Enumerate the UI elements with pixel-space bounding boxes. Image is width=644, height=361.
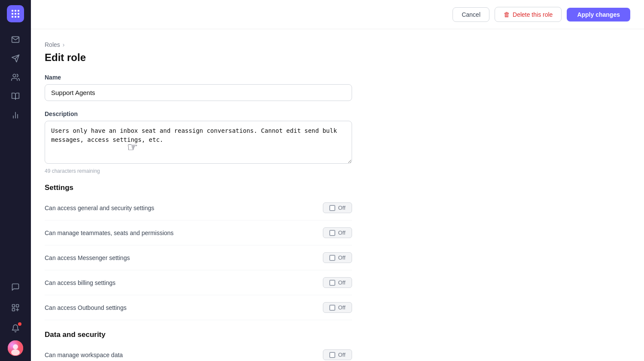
sidebar [0, 0, 31, 361]
toggle-box-messenger [329, 255, 335, 261]
sidebar-item-knowledge[interactable] [7, 88, 24, 105]
svg-rect-5 [18, 13, 19, 15]
settings-row-teammates: Can manage teammates, seats and permissi… [45, 220, 352, 245]
notification-badge [18, 322, 21, 326]
svg-point-11 [13, 74, 16, 77]
svg-rect-15 [12, 305, 15, 307]
settings-row-billing: Can access billing settings Off [45, 270, 352, 295]
sidebar-logo[interactable] [7, 5, 24, 22]
description-field-group: Description 49 characters remaining [45, 110, 352, 174]
sidebar-item-outbound[interactable] [7, 50, 24, 67]
sidebar-item-inbox[interactable] [7, 31, 24, 48]
name-label: Name [45, 74, 352, 81]
toggle-box-outbound [329, 305, 335, 311]
trash-icon: 🗑 [504, 11, 510, 18]
settings-row-workspace: Can manage workspace data Off [45, 343, 352, 361]
settings-label-messenger: Can access Messenger settings [45, 254, 130, 261]
svg-rect-16 [16, 305, 19, 307]
svg-rect-1 [15, 10, 16, 12]
settings-section-title: Settings [45, 184, 352, 192]
settings-label-teammates: Can manage teammates, seats and permissi… [45, 229, 173, 236]
cancel-button[interactable]: Cancel [453, 7, 489, 22]
settings-label-billing: Can access billing settings [45, 279, 115, 286]
data-security-section-title: Data and security [45, 330, 352, 339]
toggle-box-teammates [329, 230, 335, 236]
svg-point-21 [13, 344, 18, 349]
svg-point-22 [11, 349, 20, 355]
sidebar-item-messages[interactable] [7, 278, 24, 296]
svg-rect-2 [18, 10, 19, 12]
toggle-general[interactable]: Off [323, 202, 352, 213]
toggle-messenger[interactable]: Off [323, 252, 352, 263]
svg-rect-17 [12, 309, 15, 311]
apply-changes-button[interactable]: Apply changes [567, 8, 630, 21]
description-label: Description [45, 110, 352, 117]
svg-rect-7 [15, 16, 16, 18]
delete-role-button[interactable]: 🗑 Delete this role [495, 7, 562, 22]
svg-rect-8 [18, 16, 19, 18]
sidebar-item-notifications[interactable] [7, 320, 24, 337]
avatar[interactable] [8, 340, 23, 356]
svg-rect-0 [12, 10, 13, 12]
toggle-workspace[interactable]: Off [323, 349, 352, 360]
topbar: Cancel 🗑 Delete this role Apply changes [31, 0, 644, 29]
toggle-box-general [329, 205, 335, 211]
main-content: Cancel 🗑 Delete this role Apply changes … [31, 0, 644, 361]
settings-row-outbound: Can access Outbound settings Off [45, 295, 352, 320]
toggle-billing[interactable]: Off [323, 277, 352, 288]
toggle-teammates[interactable]: Off [323, 227, 352, 238]
char-count: 49 characters remaining [45, 168, 352, 174]
toggle-box-billing [329, 280, 335, 286]
page-title: Edit role [45, 52, 352, 64]
svg-rect-6 [12, 16, 13, 18]
sidebar-item-apps[interactable] [7, 299, 24, 316]
name-field-group: Name [45, 74, 352, 101]
settings-section: Settings Can access general and security… [45, 184, 352, 320]
toggle-box-workspace [329, 352, 335, 358]
data-security-section: Data and security Can manage workspace d… [45, 330, 352, 361]
settings-row-general: Can access general and security settings… [45, 196, 352, 220]
sidebar-item-contacts[interactable] [7, 69, 24, 86]
description-textarea[interactable] [45, 121, 352, 164]
settings-row-messenger: Can access Messenger settings Off [45, 245, 352, 270]
svg-rect-4 [15, 13, 16, 15]
settings-label-general: Can access general and security settings [45, 205, 154, 211]
breadcrumb-roles-link[interactable]: Roles [45, 41, 60, 48]
sidebar-item-reports[interactable] [7, 107, 24, 124]
toggle-outbound[interactable]: Off [323, 302, 352, 313]
settings-table: Can access general and security settings… [45, 196, 352, 320]
content-area: Roles › Edit role Name Description 49 ch… [31, 29, 366, 361]
name-input[interactable] [45, 84, 352, 101]
settings-label-outbound: Can access Outbound settings [45, 304, 127, 311]
data-security-table: Can manage workspace data Off [45, 343, 352, 361]
topbar-actions: Cancel 🗑 Delete this role Apply changes [453, 7, 630, 22]
settings-label-workspace: Can manage workspace data [45, 352, 123, 358]
breadcrumb-separator: › [63, 41, 65, 48]
svg-rect-3 [12, 13, 13, 15]
